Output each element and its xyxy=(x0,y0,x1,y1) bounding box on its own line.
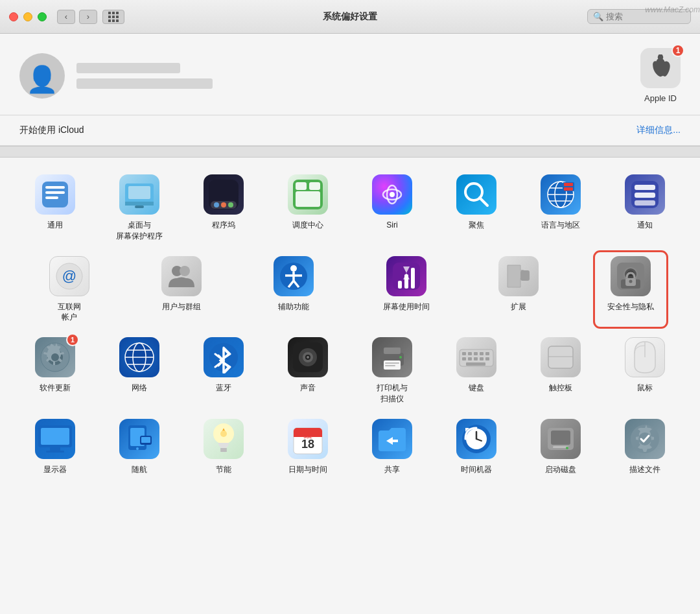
svg-rect-1 xyxy=(42,182,68,207)
display-icon xyxy=(35,419,75,459)
icon-item-bluetooth[interactable]: 蓝牙 xyxy=(188,333,259,408)
datetime-label: 日期与时间 xyxy=(288,464,327,475)
icon-item-extensions[interactable]: 扩展 xyxy=(483,252,554,327)
svg-point-13 xyxy=(228,202,233,207)
icon-item-accessibility[interactable]: 辅助功能 xyxy=(258,252,329,327)
svg-rect-77 xyxy=(385,362,399,364)
icon-item-sharing[interactable]: 共享 xyxy=(356,415,428,479)
maximize-button[interactable] xyxy=(38,12,47,21)
icon-item-keyboard[interactable]: 键盘 xyxy=(441,333,512,408)
icon-item-dock[interactable]: 程序坞 xyxy=(188,171,259,246)
icon-item-software[interactable]: 1 软件更新 xyxy=(19,333,91,408)
svg-point-121 xyxy=(566,447,568,449)
apple-id-badge: 1 xyxy=(671,44,684,57)
sound-icon xyxy=(288,337,328,377)
svg-rect-30 xyxy=(564,183,573,186)
profiles-label: 描述文件 xyxy=(629,464,660,475)
apple-logo-icon xyxy=(647,54,674,82)
search-bar[interactable]: 🔍 xyxy=(587,9,691,24)
icon-item-printer[interactable]: 打印机与扫描仪 xyxy=(356,333,428,408)
search-input[interactable] xyxy=(606,12,684,21)
extensions-label: 扩展 xyxy=(511,301,526,313)
svg-rect-17 xyxy=(309,182,320,190)
icon-item-mission[interactable]: 调度中心 xyxy=(272,171,344,246)
display-label: 显示器 xyxy=(43,464,67,475)
svg-rect-106 xyxy=(220,450,227,452)
icons-row-4: 显示器 随航 xyxy=(13,415,687,479)
close-button[interactable] xyxy=(9,12,18,21)
network-label: 网络 xyxy=(132,383,147,394)
icon-item-security[interactable]: 安全性与隐私 xyxy=(595,252,666,327)
forward-button[interactable]: › xyxy=(79,10,97,24)
icon-item-datetime[interactable]: JUL 18 日期与时间 xyxy=(272,415,344,479)
svg-rect-91 xyxy=(466,362,485,366)
accessibility-icon xyxy=(274,256,314,296)
language-icon xyxy=(541,174,581,215)
icon-item-language[interactable]: 语言与地区 xyxy=(525,171,596,246)
svg-rect-35 xyxy=(635,200,655,206)
icloud-detail-link[interactable]: 详细信息... xyxy=(636,124,681,136)
svg-point-57 xyxy=(629,279,633,283)
icon-item-network[interactable]: 网络 xyxy=(104,333,175,408)
general-icon xyxy=(35,174,75,215)
profiles-icon xyxy=(625,419,665,459)
icon-item-profiles[interactable]: 描述文件 xyxy=(609,415,681,479)
sharing-icon xyxy=(372,419,412,459)
datetime-icon: JUL 18 xyxy=(288,419,328,459)
printer-icon xyxy=(372,337,412,377)
icon-item-general[interactable]: 通用 xyxy=(19,171,91,246)
sharing-label: 共享 xyxy=(384,464,400,475)
main-content: 👤 1 Apple ID 开始使用 iCloud 详细信息... xyxy=(0,34,700,614)
grid-view-button[interactable] xyxy=(102,10,124,24)
profile-section: 👤 1 Apple ID xyxy=(0,34,700,115)
icon-item-energy[interactable]: 节能 xyxy=(188,415,259,479)
svg-rect-97 xyxy=(50,447,60,451)
icon-item-startup[interactable]: 启动磁盘 xyxy=(525,415,596,479)
icon-item-sidecar[interactable]: 随航 xyxy=(104,415,175,479)
minimize-button[interactable] xyxy=(23,12,32,21)
timemachine-label: 时间机器 xyxy=(461,464,492,475)
keyboard-icon xyxy=(456,337,496,377)
icon-item-sound[interactable]: 声音 xyxy=(272,333,344,408)
grid-icon xyxy=(108,12,119,22)
spotlight-label: 聚焦 xyxy=(469,220,484,231)
internet-label: 互联网帐户 xyxy=(58,301,81,324)
icon-item-display[interactable]: 显示器 xyxy=(19,415,91,479)
icon-item-siri[interactable]: Siri xyxy=(356,171,428,246)
icon-item-internet[interactable]: @ 互联网帐户 xyxy=(34,252,105,327)
icloud-text: 开始使用 iCloud xyxy=(19,124,84,136)
svg-rect-85 xyxy=(485,352,489,355)
search-icon: 🔍 xyxy=(593,12,603,21)
trackpad-icon xyxy=(541,337,581,377)
mouse-icon xyxy=(625,337,665,377)
svg-point-61 xyxy=(51,353,59,361)
svg-rect-89 xyxy=(480,357,484,360)
back-button[interactable]: ‹ xyxy=(57,10,75,24)
icon-item-trackpad[interactable]: 触控板 xyxy=(525,333,596,408)
svg-point-39 xyxy=(180,266,190,276)
dock-icon xyxy=(204,174,244,215)
icon-item-users[interactable]: 用户与群组 xyxy=(146,252,217,327)
icon-item-mouse[interactable]: 鼠标 xyxy=(609,333,681,408)
printer-label: 打印机与扫描仪 xyxy=(377,383,408,405)
svg-rect-75 xyxy=(384,348,401,354)
svg-rect-4 xyxy=(45,196,58,199)
icon-item-desktop[interactable]: 桌面与屏幕保护程序 xyxy=(104,171,175,246)
svg-point-12 xyxy=(221,202,226,207)
screentime-label: 屏幕使用时间 xyxy=(383,301,430,313)
svg-rect-7 xyxy=(125,202,154,206)
window-title: 系统偏好设置 xyxy=(323,11,377,23)
icon-item-notifications[interactable]: 通知 xyxy=(609,171,681,246)
general-label: 通用 xyxy=(47,220,63,231)
screentime-icon xyxy=(386,256,426,296)
svg-rect-81 xyxy=(462,352,466,355)
svg-text:@: @ xyxy=(62,268,76,284)
svg-point-79 xyxy=(399,356,402,359)
icon-item-timemachine[interactable]: 时间机器 xyxy=(441,415,512,479)
software-label: 软件更新 xyxy=(40,383,71,394)
icon-item-spotlight[interactable]: 聚焦 xyxy=(441,171,512,246)
apple-id-section[interactable]: 1 Apple ID xyxy=(640,48,681,103)
svg-rect-50 xyxy=(520,270,530,281)
avatar-icon: 👤 xyxy=(26,66,58,92)
icon-item-screentime[interactable]: 屏幕使用时间 xyxy=(371,252,442,327)
